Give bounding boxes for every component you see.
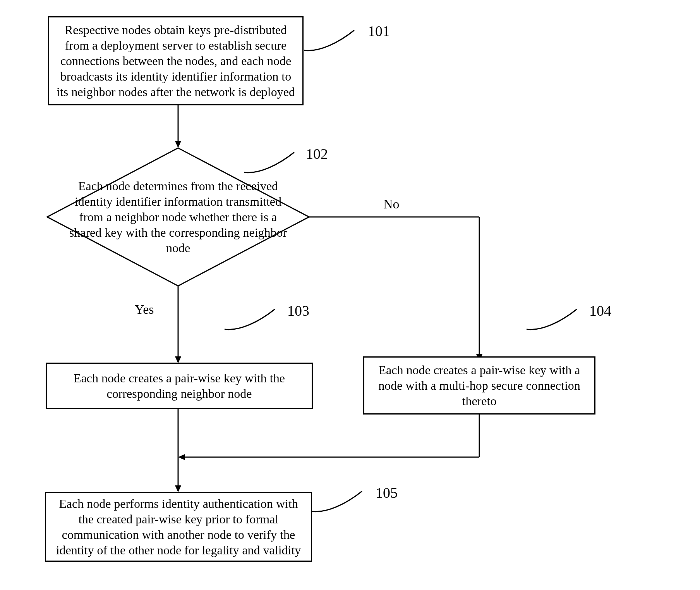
process-box-101: Respective nodes obtain keys pre-distrib…	[48, 16, 304, 105]
node-label-101: 101	[368, 22, 390, 40]
callout-swoosh-102	[244, 149, 298, 176]
svg-marker-12	[178, 454, 185, 460]
process-box-103: Each node creates a pair-wise key with t…	[46, 363, 313, 409]
callout-swoosh-101	[304, 27, 358, 54]
arrow-104-merge	[178, 415, 484, 465]
process-text-105: Each node performs identity authenticati…	[51, 496, 306, 558]
node-label-105: 105	[376, 484, 398, 501]
arrow-101-to-102	[174, 105, 182, 148]
decision-text-102: Each node determines from the received i…	[46, 178, 310, 256]
node-label-103: 103	[287, 302, 309, 319]
callout-swoosh-104	[527, 306, 581, 333]
edge-label-yes: Yes	[135, 302, 154, 317]
process-text-104: Each node creates a pair-wise key with a…	[369, 362, 590, 409]
node-label-102: 102	[306, 145, 328, 162]
process-text-103: Each node creates a pair-wise key with t…	[51, 370, 307, 401]
svg-marker-9	[175, 485, 181, 492]
node-label-104: 104	[589, 302, 611, 319]
arrow-yes-to-103	[174, 286, 182, 363]
callout-swoosh-105	[312, 488, 366, 515]
process-box-104: Each node creates a pair-wise key with a…	[363, 356, 595, 415]
process-box-105: Each node performs identity authenticati…	[45, 492, 312, 562]
arrow-no-to-104	[309, 215, 487, 363]
process-text-101: Respective nodes obtain keys pre-distrib…	[54, 22, 298, 100]
edge-label-no: No	[383, 197, 400, 212]
callout-swoosh-103	[225, 306, 279, 333]
